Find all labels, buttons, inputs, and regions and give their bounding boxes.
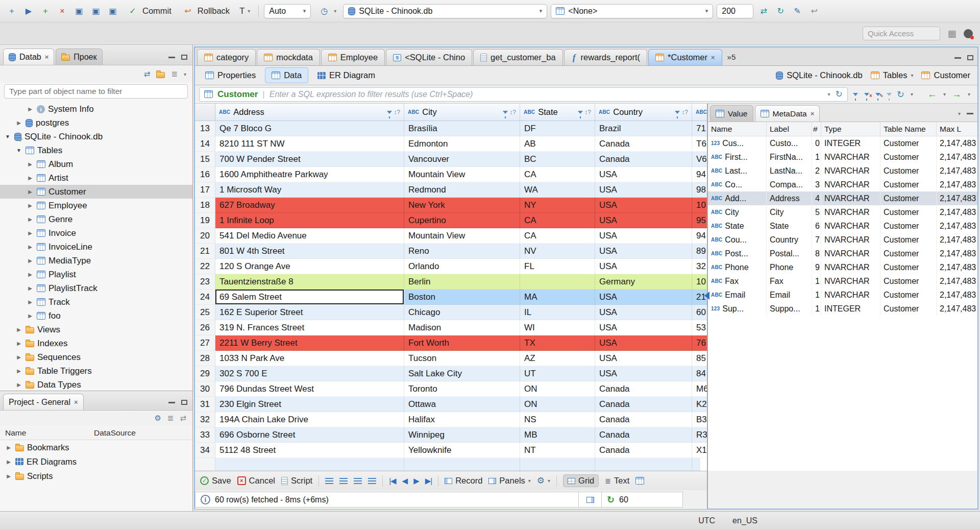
row-number-cell[interactable]: 19 [195,213,215,228]
cell-column-label[interactable]: State [767,219,812,233]
quick-access-input[interactable]: Quick Access [863,27,940,40]
forward-arrow-icon[interactable]: → [952,89,962,100]
row-number-cell[interactable]: 27 [195,335,215,351]
sort-icon[interactable]: ↕? [584,109,591,116]
cell-postalcode[interactable]: X1 [692,443,707,458]
tree-item-postgres[interactable]: ▶postgres [0,116,192,130]
cell-column-type[interactable]: NVARCHAR [821,274,880,288]
cell-max-length[interactable]: 2,147,483 [937,233,977,247]
connect-icon[interactable]: ▶ [22,5,35,18]
cell-state[interactable]: TX [520,335,595,351]
undo-icon[interactable]: ↩ [807,5,821,18]
cell-city[interactable]: Berlin [404,274,520,290]
cell-postalcode[interactable]: 89 [692,244,707,259]
open-sql-script-icon[interactable]: ▣ [106,5,119,18]
metadata-row[interactable]: ABCAdd...Address4NVARCHARCustomer2,147,4… [708,191,977,205]
editor-tab-category[interactable]: category [197,49,256,65]
cell-table-name[interactable]: Customer [880,191,937,205]
column-header-table-name[interactable]: Table Name [880,122,937,136]
cell-table-name[interactable]: Customer [880,302,937,316]
cell-city[interactable]: Orlando [404,259,520,274]
cell-city[interactable]: Mountain View [404,167,520,182]
fetch-size-input[interactable]: 200 [717,4,753,18]
cell-column-label[interactable]: LastNa... [767,164,812,178]
tree-item-mediatype[interactable]: ▶MediaType [0,254,192,268]
cell-max-length[interactable]: 2,147,483 [937,205,977,219]
link-with-editor-icon[interactable]: ⇄ [180,414,186,423]
cell-state[interactable]: NY [520,198,595,213]
cell-address[interactable]: 696 Osborne Street [215,427,404,443]
tab-project-general[interactable]: Project - General× [3,394,84,410]
edit-wand-icon[interactable]: ✎ [791,5,804,18]
row-number-cell[interactable]: 30 [195,381,215,397]
cell-column-name[interactable]: ABCLast... [708,164,767,178]
tree-item-system-info[interactable]: ▶System Info [0,102,192,116]
cell-column-number[interactable]: 1 [812,288,821,302]
cell-city[interactable]: Reno [404,244,520,259]
expand-arrow-icon[interactable]: ▶ [15,327,22,332]
maximize-icon[interactable] [967,55,973,60]
cell-max-length[interactable]: 2,147,483 [937,219,977,233]
cell-address[interactable]: 801 W 4th Street [215,244,404,259]
expand-arrow-icon[interactable]: ▶ [27,106,34,112]
cell-country[interactable]: Canada [595,427,692,443]
tree-item-sqlite-chinook-db[interactable]: ▼SQLite - Chinook.db [0,130,192,143]
minimize-icon[interactable] [954,57,961,59]
metadata-row[interactable]: ABCCo...Compa...3NVARCHARCustomer2,147,4… [708,178,977,191]
cell-country[interactable]: Canada [595,381,692,397]
cell-max-length[interactable]: 2,147,483 [937,191,977,205]
tree-item-genre[interactable]: ▶Genre [0,212,192,226]
cell-city[interactable]: Ottawa [404,397,520,412]
metadata-row[interactable]: ABCStateState6NVARCHARCustomer2,147,483 [708,219,977,233]
cell-country[interactable]: USA [595,320,692,335]
cell-max-length[interactable]: 2,147,483 [937,164,977,178]
column-header-name[interactable]: Name [708,122,767,136]
cell-city[interactable]: Boston [404,290,520,305]
expand-arrow-icon[interactable]: ▶ [27,272,34,277]
cell-address[interactable]: 1033 N Park Ave [215,351,404,366]
expand-arrow-icon[interactable]: ▶ [15,120,22,126]
cell-postalcode[interactable]: 60 [692,305,707,320]
tree-item-album[interactable]: ▶Album [0,157,192,171]
cell-city[interactable]: Winnipeg [404,427,520,443]
cell-column-number[interactable]: 1 [812,274,821,288]
cell-state[interactable]: UT [520,366,595,381]
cell-column-label[interactable]: City [767,205,812,219]
cell-postalcode[interactable]: R3 [692,427,707,443]
context-tables[interactable]: Tables▾ [871,70,914,80]
cell-max-length[interactable]: 2,147,483 [937,274,977,288]
row-number-cell[interactable]: 33 [195,427,215,443]
cell-state[interactable]: NS [520,412,595,427]
tree-item-data-types[interactable]: ▶Data Types [0,378,192,391]
cell-address[interactable]: Qe 7 Bloco G [215,121,404,136]
cell-city[interactable]: Brasília [404,121,520,136]
save-button[interactable]: ✓Save [200,476,231,486]
commit-mode-combo[interactable]: Auto▾ [264,4,311,18]
filter-funnel-icon[interactable] [578,111,583,114]
cell-state[interactable]: AZ [520,351,595,366]
cell-state[interactable]: WI [520,320,595,335]
expand-arrow-icon[interactable]: ▶ [27,175,34,181]
cell-state[interactable]: WA [520,182,595,198]
cell-column-label[interactable]: Country [767,233,812,247]
cell-state[interactable]: MA [520,290,595,305]
expand-arrow-icon[interactable]: ▶ [15,368,22,374]
expand-arrow-icon[interactable]: ▶ [27,258,34,263]
cell-column-type[interactable]: INTEGER [821,302,880,316]
editor-tab-sqlite-chino[interactable]: <SQLite - Chino [386,49,472,65]
tree-item-indexes[interactable]: ▶Indexes [0,336,192,350]
expand-arrow-icon[interactable]: ▶ [27,313,34,319]
cell-column-name[interactable]: ABCEmail [708,288,767,302]
new-folder-icon[interactable] [156,72,165,78]
column-header-city[interactable]: ABCCity↕? [404,104,520,121]
expand-arrow-icon[interactable]: ▶ [27,230,34,236]
expand-arrow-icon[interactable]: ▶ [5,445,12,450]
expand-arrow-icon[interactable]: ▶ [5,473,12,479]
cell-column-type[interactable]: NVARCHAR [821,164,880,178]
cell-address[interactable]: 319 N. Frances Street [215,320,404,335]
new-connection-icon[interactable]: + [5,5,18,18]
close-icon[interactable]: × [74,398,78,406]
metadata-row[interactable]: 123Cus...Custo...0INTEGERCustomer2,147,4… [708,136,977,150]
filter-funnel-icon[interactable] [675,111,680,114]
cell-country[interactable]: Canada [595,136,692,152]
